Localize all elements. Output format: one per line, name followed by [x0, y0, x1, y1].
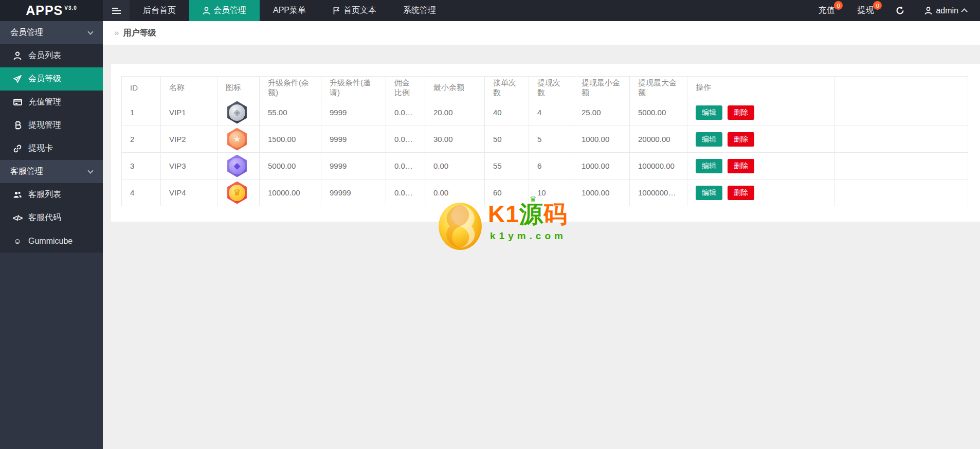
recharge-badge: 0	[834, 1, 843, 10]
sidebar-item-member-level[interactable]: 会员等级	[0, 67, 103, 91]
users-icon	[12, 191, 23, 199]
tab-home-text[interactable]: 首页文本	[319, 0, 390, 21]
tab-label: APP菜单	[273, 5, 306, 16]
table-row: 2VIP2★1500.0099990.006030.005051000.0020…	[122, 126, 968, 153]
gold-orb-icon	[438, 202, 483, 251]
delete-button[interactable]: 删除	[728, 159, 754, 173]
cell-withdraw_min: 1000.00	[573, 153, 630, 179]
chevron-up-icon	[961, 8, 968, 15]
cell-commission: 0.0050	[386, 99, 425, 126]
column-header: 升级条件(邀请)	[321, 77, 386, 99]
sidebar-item-label: 客服代码	[28, 212, 61, 223]
refresh-button[interactable]	[885, 0, 915, 21]
cell-empty	[834, 153, 968, 179]
sidebar-group-member-management[interactable]: 会员管理	[0, 21, 103, 44]
sidebar-item-label: 提现管理	[28, 120, 61, 131]
bitcoin-icon	[12, 121, 23, 130]
cell-withdraw_min: 1000.00	[573, 179, 630, 206]
table-row: 3VIP3◆5000.0099990.00800.005561000.00100…	[122, 153, 968, 179]
watermark-ma: 码	[543, 201, 568, 227]
column-header: 提现次数	[529, 77, 573, 99]
sidebar-item-service-code[interactable]: </> 客服代码	[0, 206, 103, 229]
cell-min_balance: 20.00	[425, 99, 485, 126]
edit-button[interactable]: 编辑	[696, 186, 722, 200]
edit-button[interactable]: 编辑	[696, 132, 722, 147]
chevron-down-icon	[87, 29, 93, 34]
column-header: 提现最小金额	[573, 77, 630, 99]
column-header	[834, 77, 968, 99]
cell-commission: 0.0100	[386, 179, 425, 206]
cell-withdraw_max: 100000000...	[630, 179, 687, 206]
sidebar-item-label: 充值管理	[28, 97, 61, 107]
delete-button[interactable]: 删除	[728, 132, 754, 147]
tab-member-management[interactable]: 会员管理	[189, 0, 260, 21]
sidebar-item-recharge-management[interactable]: 充值管理	[0, 91, 103, 114]
username: admin	[936, 6, 958, 15]
sidebar-item-member-list[interactable]: 会员列表	[0, 44, 103, 67]
watermark-text: ♛ K1源码 k1ym.com	[488, 202, 568, 242]
cell-name: VIP1	[161, 99, 217, 126]
cell-id: 4	[122, 179, 161, 206]
cell-order_times: 40	[485, 99, 529, 126]
cell-upgrade_balance: 5000.00	[260, 153, 321, 179]
breadcrumb-caret-icon: »	[114, 28, 119, 38]
delete-button[interactable]: 删除	[728, 186, 754, 200]
sidebar-item-withdraw-card[interactable]: 提现卡	[0, 137, 103, 160]
edit-button[interactable]: 编辑	[696, 159, 722, 173]
cell-operations: 编辑删除	[687, 153, 834, 179]
top-navigation: 后台首页 会员管理 APP菜单 首页文本 系统管理	[130, 0, 449, 21]
cell-upgrade_invite: 99999	[321, 179, 386, 206]
cell-order_times: 55	[485, 153, 529, 179]
tab-label: 后台首页	[143, 5, 176, 16]
table-body: 1VIP1◈55.0099990.005020.0040425.005000.0…	[122, 99, 968, 206]
cell-empty	[834, 126, 968, 153]
app-logo[interactable]: APPS V3.0	[0, 0, 103, 21]
cell-name: VIP4	[161, 179, 217, 206]
cell-upgrade_invite: 9999	[321, 99, 386, 126]
medal-purple-gem-icon: ◆	[217, 153, 260, 179]
code-icon: </>	[12, 213, 23, 222]
group-label: 会员管理	[10, 27, 43, 38]
credit-card-icon	[12, 98, 23, 106]
edit-button[interactable]: 编辑	[696, 105, 722, 120]
tab-system-management[interactable]: 系统管理	[390, 0, 449, 21]
cell-withdraw_min: 25.00	[573, 99, 630, 126]
tab-dashboard[interactable]: 后台首页	[130, 0, 189, 21]
recharge-label: 充值	[818, 5, 834, 16]
column-header: 佣金比例	[386, 77, 425, 99]
user-menu[interactable]: admin	[915, 0, 980, 21]
user-icon	[203, 7, 210, 15]
column-header: 提现最大金额	[630, 77, 687, 99]
recharge-button[interactable]: 充值 0	[807, 0, 846, 21]
cell-min_balance: 30.00	[425, 126, 485, 153]
sidebar-item-withdraw-management[interactable]: 提现管理	[0, 114, 103, 137]
cell-min_balance: 0.00	[425, 153, 485, 179]
hamburger-menu-icon[interactable]	[103, 0, 130, 21]
delete-button[interactable]: 删除	[728, 105, 754, 120]
column-header: 操作	[687, 77, 834, 99]
chevron-down-icon	[87, 168, 93, 173]
sidebar-item-label: 会员等级	[28, 74, 61, 84]
column-header: ID	[122, 77, 161, 99]
cell-empty	[834, 99, 968, 126]
tab-label: 会员管理	[213, 5, 246, 16]
brand-version: V3.0	[64, 5, 77, 11]
sidebar-item-service-list[interactable]: 客服列表	[0, 183, 103, 206]
topbar-right: 充值 0 提现 0 admin	[807, 0, 980, 21]
flag-icon	[333, 7, 340, 15]
column-header: 最小余额	[425, 77, 485, 99]
tab-app-menu[interactable]: APP菜单	[260, 0, 319, 21]
tab-label: 首页文本	[343, 5, 376, 16]
withdraw-button[interactable]: 提现 0	[846, 0, 885, 21]
column-header: 名称	[161, 77, 217, 99]
topbar: APPS V3.0 后台首页 会员管理 APP菜单 首页文本 系统管理	[0, 0, 980, 21]
brand-name: APPS	[26, 3, 63, 18]
cell-order_times: 50	[485, 126, 529, 153]
sidebar-item-label: 客服列表	[28, 189, 61, 200]
watermark-domain: k1ym.com	[490, 230, 567, 242]
table-panel: ID名称图标升级条件(余额)升级条件(邀请)佣金比例最小余额接单次数提现次数提现…	[111, 64, 980, 222]
column-header: 升级条件(余额)	[260, 77, 321, 99]
table-header-row: ID名称图标升级条件(余额)升级条件(邀请)佣金比例最小余额接单次数提现次数提现…	[122, 77, 968, 99]
sidebar-item-gummicube[interactable]: ☺ Gummicube	[0, 229, 103, 253]
sidebar-group-service-management[interactable]: 客服管理	[0, 160, 103, 183]
